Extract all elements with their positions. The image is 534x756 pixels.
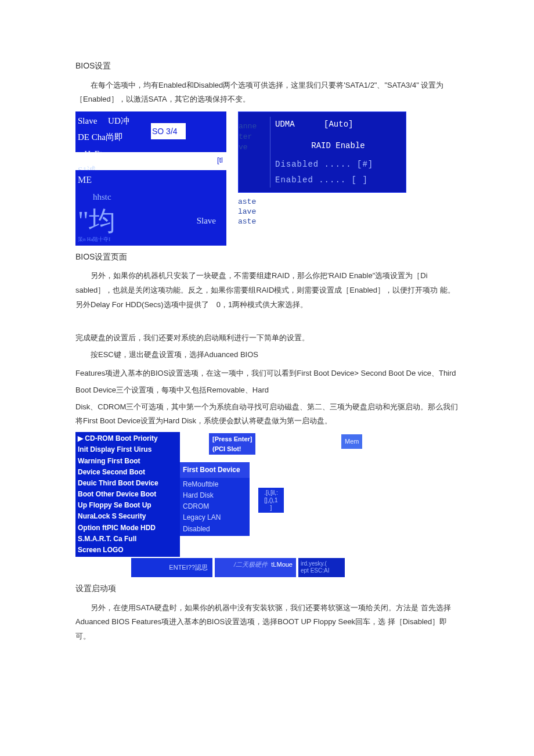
bios-lower-3: aste	[238, 217, 406, 227]
raid-opt-enabled: Enabled ..... [ ]	[275, 172, 401, 188]
fig2-press-enter: [Press Enter] (PCI Slot!	[209, 433, 255, 455]
fig1-left-top: Slave UD冲 DE Cha尚即 g HaEtcr g SO 3/4 S1诚	[75, 111, 226, 152]
lbl-4: Deuic Third Boot Device	[78, 478, 178, 489]
f1-row1a: Slave	[78, 116, 97, 125]
first-boot-title: First Boot Device	[180, 462, 250, 478]
raid-enable-title: RAID Enable	[275, 138, 401, 154]
raid-opt-disabled: Disabled ..... [#]	[275, 157, 401, 172]
paragraph-3: 完成硬盘的设置后，我们还要对系统的启动顺利进行一下简单的设置。	[75, 331, 459, 345]
paragraph-7: Disk、CDROM三个可选项，其中第一个为系统自动寻找可启动磁盘、第二、三项为…	[75, 400, 459, 429]
opt-1: Hard Disk	[183, 490, 247, 501]
figure-bios-raid: Slave UD冲 DE Cha尚即 g HaEtcr g SO 3/4 S1诚…	[75, 111, 459, 246]
caption-1: BIOS设置页面	[75, 249, 459, 265]
f1-slave: Slave	[197, 213, 216, 229]
fig1-right-panel: anne ter ve UDMA [Auto] RAID Enable Disa…	[238, 111, 406, 246]
opt-3: Legacy LAN	[183, 512, 247, 523]
sb2: [],(),1	[261, 496, 282, 504]
bios-hdr-right: [Auto]	[324, 120, 353, 129]
f1-row3a: g HaEtcr g	[78, 149, 116, 159]
footer-3: ird.yesky.( ept ESC:AI	[298, 558, 345, 577]
fig1-left-panel: Slave UD冲 DE Cha尚即 g HaEtcr g SO 3/4 S1诚…	[75, 111, 226, 246]
paragraph-2: 另外，如果你的机器机只安装了一块硬盘，不需要组建RAID，那么你把'RAID E…	[75, 269, 459, 312]
footer-2: /二天极硬件 tLMoue	[215, 558, 296, 577]
f1-tiny: 策n Ha陆十夺I	[78, 235, 110, 244]
lbl-1: Init Display First Uirus	[78, 444, 178, 455]
paragraph-6: Boot Device三个设置项，每项中又包括Removable、Hard	[75, 383, 459, 398]
f1-me: ME	[78, 171, 224, 189]
opt-2: CDROM	[183, 501, 247, 512]
lbl-0: ▶ CD-ROM Boot Priority	[78, 433, 178, 444]
sb1: .[i,[il,:	[261, 489, 282, 496]
f1-row1b: UD冲	[108, 116, 129, 125]
bios-hdr-left: UDMA	[275, 120, 295, 129]
fig2-side-badge: .[i,[il,: [],(),1 ]	[258, 488, 284, 513]
page-title: BIOS设置	[75, 58, 459, 74]
opt-0: ReMouftble	[183, 479, 247, 490]
fig1-left-bottom: ME hhstc "均 Slave 策n Ha陆十夺I	[75, 170, 226, 246]
fig2-footer: ENTEI??認思 /二天极硬件 tLMoue ird.yesky.( ept …	[75, 558, 389, 577]
bios-side-1: anne	[239, 121, 270, 132]
footer-1: ENTEI??認思	[131, 558, 212, 577]
bios-main: UDMA [Auto] RAID Enable Disabled ..... […	[270, 117, 401, 188]
figure-boot-device: [Press Enter] (PCI Slot! Mem .[i,[il,: […	[75, 432, 389, 577]
opt-4: Disabled	[183, 524, 247, 535]
bios-side-3: ve	[239, 142, 270, 153]
lbl-8: Option ftPIC Mode HDD	[78, 523, 178, 534]
paragraph-8: 另外，在使用SATA硬盘时，如果你的机器中没有安装软驱，我们还要将软驱这一项给关…	[75, 601, 459, 644]
bios-lower-1: aste	[238, 197, 406, 207]
bios-lower: aste lave aste	[238, 197, 406, 227]
fig2-pe-2: (PCI Slot!	[212, 444, 252, 454]
lbl-6: Up Floppy Se Boot Up	[78, 500, 178, 511]
lbl-9: S.M.A.R.T. Ca Full	[78, 534, 178, 545]
f3-1: ird.yesky.(	[301, 560, 342, 567]
lbl-2: Warning First Boot	[78, 456, 178, 467]
fig2-pe-1: [Press Enter]	[212, 434, 252, 444]
f2-l1: /二天极硬件	[234, 561, 268, 568]
lbl-5: Boot Other Device Boot	[78, 489, 178, 500]
bios-raid-box: anne ter ve UDMA [Auto] RAID Enable Disa…	[238, 111, 406, 193]
lbl-7: NuraLock S Security	[78, 511, 178, 522]
boot-options: ReMouftble Hard Disk CDROM Legacy LAN Di…	[180, 478, 250, 536]
f1-hhstc: hhstc	[93, 189, 224, 206]
lbl-10: Screen LOGO	[78, 545, 178, 556]
sb3: ]	[261, 504, 282, 512]
lbl-3: Device Second Boot	[78, 467, 178, 478]
bios-side-col: anne ter ve	[239, 117, 270, 188]
f3-2: ept ESC:AI	[301, 567, 342, 574]
f1-white-patch: SO 3/4	[151, 123, 186, 139]
f2-r: tLMoue	[271, 561, 293, 568]
paragraph-1: 在每个选项中，均有Enabled和Disabled两个选项可供选择，这里我们只要…	[75, 78, 459, 107]
bios-lower-2: lave	[238, 207, 406, 217]
caption-2: 设置启动项	[75, 581, 459, 596]
bios-side-2: ter	[239, 132, 270, 142]
fig2-labels: ▶ CD-ROM Boot Priority Init Display Firs…	[75, 432, 180, 557]
paragraph-4: 按ESC键，退出硬盘设置项，选择Aduanced BIOS	[75, 348, 459, 362]
paragraph-5: Features项进入基本的BIOS设置选项，在这一项中，我们可以看到First…	[75, 366, 459, 381]
fig2-mem: Mem	[341, 434, 362, 449]
